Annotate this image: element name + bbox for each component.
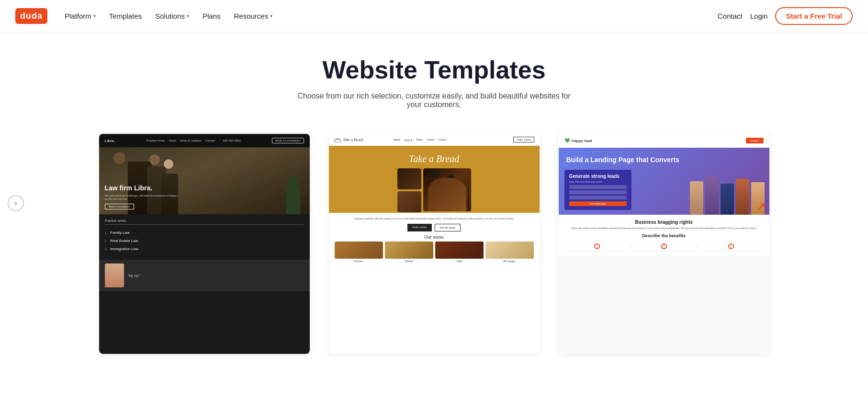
bread-hero-images (337, 168, 532, 212)
bread-main-img (423, 168, 471, 211)
bread-hero: Take a Bread (329, 146, 540, 213)
bread-menu-items: Pastries Breads Cakes (335, 241, 534, 263)
list-item: 2.Real Estate Law (105, 237, 304, 245)
landing-form-subtitle: Keep this form short and sweet. (569, 180, 627, 183)
side-nav-arrow[interactable]: › (8, 195, 24, 211)
landing-form-name (569, 185, 627, 189)
menu-label-cakes: Cakes (435, 260, 484, 263)
law-nav-links: Practice Areas About News & Updates Cont… (147, 139, 241, 142)
landing-arrow-icon: ↗ (757, 200, 766, 212)
check-item-1: ✓ (564, 241, 630, 252)
list-item: Cakes (435, 241, 484, 263)
check-icon-3: ✓ (728, 243, 734, 249)
list-item: Breads (385, 241, 433, 263)
nav-plans[interactable]: Plans (197, 8, 226, 24)
menu-label-pastries: Pastries (335, 260, 383, 263)
head-3 (164, 159, 173, 169)
landing-brag-title: Business bragging rights (564, 219, 764, 225)
landing-logo-area: happy lead (564, 138, 592, 143)
bread-hero-title: Take a Bread (337, 154, 532, 165)
plant (286, 176, 300, 214)
menu-img-pastries (335, 241, 383, 259)
template-preview-bread: Take a Bread Home Store ▾ Menu About Con… (329, 134, 540, 354)
menu-label-breads: Breads (385, 260, 433, 263)
landing-template-preview: happy lead button Build a Landing Page t… (559, 134, 769, 354)
bread-side-img-2 (397, 191, 421, 212)
nav-solutions[interactable]: Solutions ▾ (149, 8, 195, 24)
landing-brag-desc: Gives site visitors some irresistible re… (564, 227, 764, 230)
law-practice-title: Practice areas (105, 219, 304, 225)
bread-side-img-1 (397, 168, 421, 189)
templates-grid: Libra. Practice Areas About News & Updat… (99, 134, 769, 354)
list-item: Beverages (485, 241, 534, 263)
landing-form-send: Send Message (569, 201, 627, 206)
bread-logo-area: Take a Bread (334, 137, 363, 143)
template-card-law[interactable]: Libra. Practice Areas About News & Updat… (99, 134, 310, 354)
bread-nav: Take a Bread Home Store ▾ Menu About Con… (329, 134, 540, 146)
nav-right: Contact Login Start a Free Trial (718, 7, 853, 25)
nav-cta-button[interactable]: Start a Free Trial (775, 7, 853, 25)
law-footer-quote: "My top" (128, 274, 140, 277)
law-hero-overlay: Law firm Libra. We understand your chall… (105, 184, 181, 209)
template-card-bread[interactable]: Take a Bread Home Store ▾ Menu About Con… (329, 134, 540, 354)
head-1 (113, 152, 125, 164)
hero-subtitle: Choose from our rich selection, customiz… (291, 92, 578, 109)
landing-content: Business bragging rights Gives site visi… (559, 215, 769, 256)
landing-header: happy lead button (559, 134, 769, 148)
head-2 (149, 154, 160, 165)
landing-benefits-title: Describe the benefits (564, 233, 764, 238)
landing-hero: Build a Landing Page that Converts Gener… (559, 148, 769, 215)
landing-header-btn: button (746, 138, 764, 143)
bread-template-preview: Take a Bread Home Store ▾ Menu About Con… (329, 134, 540, 354)
landing-form-box: Generate strong leads Keep this form sho… (564, 170, 631, 210)
person-3 (721, 184, 734, 215)
templates-section: Libra. Practice Areas About News & Updat… (0, 124, 868, 383)
law-hero-title: Law firm Libra. (105, 184, 181, 192)
nav-templates[interactable]: Templates (103, 8, 147, 24)
template-card-landing[interactable]: happy lead button Build a Landing Page t… (559, 134, 769, 354)
law-practice-list: 1.Family Law 2.Real Estate Law 3.Immigra… (105, 229, 304, 253)
nav-links: Platform ▾ Templates Solutions ▾ Plans R… (59, 8, 278, 24)
nav-login[interactable]: Login (750, 12, 768, 20)
bread-nav-links: Home Store ▾ Menu About Contact (393, 138, 447, 142)
bread-menu-title: Our menu (335, 234, 534, 240)
template-preview-landing: happy lead button Build a Landing Page t… (559, 134, 769, 354)
law-nav-bar: Libra. Practice Areas About News & Updat… (99, 134, 310, 147)
law-hero-desc: We understand your challenges. We know t… (105, 194, 181, 201)
bread-logo-icon (334, 137, 341, 143)
check-icon-1: ✓ (594, 243, 600, 249)
check-item-3: ✓ (699, 241, 764, 252)
bread-section: Indulge yourself, and the people you lov… (329, 213, 540, 266)
law-hero-btn: Book a consultation (105, 204, 135, 209)
heart-icon (564, 138, 570, 143)
law-footer-avatar (105, 263, 124, 287)
nav-left: duda Platform ▾ Templates Solutions ▾ Pl… (15, 8, 278, 24)
person-4 (736, 179, 749, 215)
law-template-preview: Libra. Practice Areas About News & Updat… (99, 134, 310, 354)
brand-logo[interactable]: duda (15, 8, 47, 24)
menu-img-breads (385, 241, 433, 259)
law-nav-btn: Book a consultation (272, 138, 304, 143)
menu-img-cakes (435, 241, 484, 259)
nav-resources[interactable]: Resources ▾ (228, 8, 278, 24)
menu-img-beverages (485, 241, 534, 259)
menu-label-beverages: Beverages (485, 260, 534, 263)
main-nav: duda Platform ▾ Templates Solutions ▾ Pl… (0, 0, 868, 33)
landing-form-email (569, 190, 627, 194)
law-hero-image: Law firm Libra. We understand your chall… (99, 147, 310, 214)
template-preview-law: Libra. Practice Areas About News & Updat… (99, 134, 310, 354)
chevron-down-icon: ▾ (93, 13, 96, 19)
check-item-2: ✓ (631, 241, 697, 252)
nav-contact[interactable]: Contact (718, 12, 743, 20)
chevron-down-icon: ▾ (187, 13, 189, 19)
law-footer-preview: "My top" (99, 260, 310, 291)
landing-form-phone (569, 196, 627, 199)
landing-form-title: Generate strong leads (569, 174, 627, 179)
bread-logo: Take a Bread (343, 138, 363, 142)
landing-logo-text: happy lead (572, 139, 592, 143)
bread-buttons: Order online See the menu (335, 224, 534, 231)
list-item: Pastries (335, 241, 383, 263)
chevron-right-icon: › (14, 199, 17, 208)
check-icon-2: ✓ (661, 243, 667, 249)
nav-platform[interactable]: Platform ▾ (59, 8, 101, 24)
